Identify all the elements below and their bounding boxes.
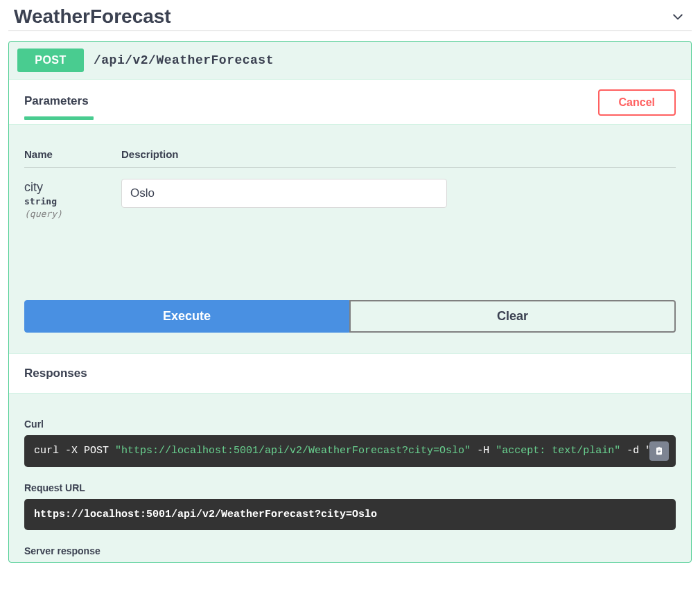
execute-button[interactable]: Execute (24, 300, 349, 333)
col-header-description: Description (121, 148, 179, 160)
operation-path: /api/v2/WeatherForecast (94, 53, 274, 67)
param-name: city (24, 180, 43, 194)
curl-part4: "accept: text/plain" (496, 445, 620, 457)
param-type: string (24, 195, 121, 208)
operation-summary[interactable]: POST /api/v2/WeatherForecast (9, 42, 691, 79)
method-badge: POST (17, 49, 84, 72)
col-header-name: Name (24, 148, 121, 160)
operation-block: POST /api/v2/WeatherForecast Parameters … (8, 41, 692, 563)
server-response-label: Server response (24, 545, 676, 556)
param-row: city string (query) (24, 168, 676, 231)
request-url-text: https://localhost:5001/api/v2/WeatherFor… (34, 509, 377, 520)
responses-bar: Responses (9, 353, 691, 394)
responses-body: Curl curl -X POST "https://localhost:500… (9, 394, 691, 556)
request-url-box: https://localhost:5001/api/v2/WeatherFor… (24, 499, 676, 530)
parameters-bar: Parameters Cancel (9, 79, 691, 125)
clipboard-icon[interactable] (649, 441, 669, 461)
param-in: (query) (24, 208, 121, 220)
tab-parameters[interactable]: Parameters (24, 94, 89, 118)
parameters-area: Name Description city string (query) (9, 125, 691, 258)
chevron-down-icon[interactable] (670, 8, 686, 25)
param-table-head: Name Description (24, 134, 676, 168)
responses-title: Responses (24, 367, 87, 380)
curl-part3: -H (471, 445, 496, 457)
curl-label: Curl (24, 419, 676, 430)
curl-codebox: curl -X POST "https://localhost:5001/api… (24, 435, 676, 467)
curl-part2: "https://localhost:5001/api/v2/WeatherFo… (115, 445, 471, 457)
cancel-button[interactable]: Cancel (598, 89, 676, 116)
param-city-input[interactable] (121, 179, 447, 208)
request-url-label: Request URL (24, 482, 676, 493)
clear-button[interactable]: Clear (349, 300, 676, 333)
section-header[interactable]: WeatherForecast (8, 0, 692, 31)
curl-part1: curl -X POST (34, 445, 115, 457)
section-title: WeatherForecast (14, 6, 171, 28)
action-row: Execute Clear (24, 300, 676, 333)
